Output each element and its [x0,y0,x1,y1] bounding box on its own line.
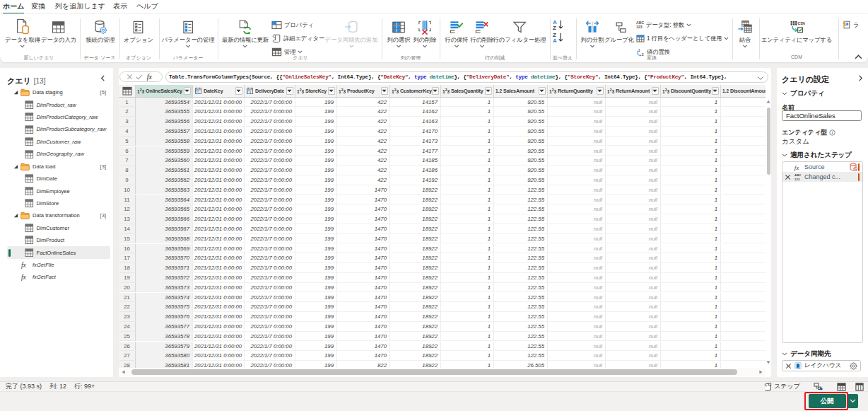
cell[interactable]: 1 [661,98,721,108]
cell[interactable] [721,332,766,342]
query-tree-item-FactOnlineSales[interactable]: FactOnlineSales [7,246,110,258]
cell[interactable]: 122.55 [494,195,548,205]
cell[interactable]: 2021/12/31 0:00:00 [193,224,245,234]
cell[interactable]: 1 [441,244,494,254]
cell[interactable] [721,195,766,205]
cell[interactable]: 1 [661,185,721,195]
cell[interactable]: 18922 [390,302,441,312]
cell[interactable]: 18922 [390,283,441,293]
cell[interactable] [721,273,766,283]
cell[interactable]: 1 [661,175,721,185]
cell[interactable]: null [548,253,606,263]
cell[interactable]: 1 [661,204,721,214]
cell[interactable]: 1 [441,156,494,166]
cell[interactable]: null [548,351,606,361]
cell[interactable]: 2021/12/31 0:00:00 [193,156,245,166]
cell[interactable]: 199 [295,214,337,224]
cell[interactable]: 122.55 [494,253,548,263]
cell[interactable]: 1470 [337,253,390,263]
cell[interactable]: 199 [295,175,337,185]
cell[interactable]: 199 [295,127,337,137]
cell[interactable]: null [548,224,606,234]
expand-formula-icon[interactable] [757,75,764,81]
cell[interactable]: 1 [661,224,721,234]
horizontal-scroll-thumb[interactable] [131,369,737,376]
cell[interactable]: 14185 [390,156,441,166]
cell[interactable]: 1 [441,312,494,322]
cell[interactable]: 18922 [390,332,441,342]
row-number[interactable]: 1 [119,98,136,108]
cell[interactable]: 18922 [390,322,441,332]
destination-settings-gear-icon[interactable] [850,362,857,370]
cell[interactable]: 1 [661,283,721,293]
row-number[interactable]: 8 [119,166,136,175]
cell[interactable]: 2022/1/7 0:00:00 [245,204,295,214]
cell[interactable]: 1470 [337,283,390,293]
cell[interactable]: null [548,283,606,293]
cell[interactable]: 18922 [390,204,441,214]
cell[interactable]: 2022/1/7 0:00:00 [245,302,295,312]
row-number[interactable]: 2 [119,107,136,117]
cell[interactable]: 2022/1/7 0:00:00 [245,351,295,361]
cell[interactable] [721,234,766,244]
cell[interactable]: 1 [441,127,494,137]
cell[interactable]: 199 [295,302,337,312]
horizontal-scrollbar[interactable] [119,368,766,376]
cell[interactable]: 2022/1/7 0:00:00 [245,224,295,234]
row-number[interactable]: 17 [119,253,136,263]
cell[interactable] [721,204,766,214]
cell[interactable]: 2022/1/7 0:00:00 [245,293,295,303]
cell[interactable]: null [606,117,661,127]
tree-expanded-icon[interactable] [13,164,18,169]
column-header-CustomerKey[interactable]: 123CustomerKey [390,85,441,98]
cell[interactable]: 36593556 [136,117,193,127]
cell[interactable]: 2022/1/7 0:00:00 [245,127,295,137]
cell[interactable] [721,244,766,254]
cell[interactable]: null [548,117,606,127]
cell[interactable] [721,283,766,293]
column-header-DiscountQuantity[interactable]: 123DiscountQuantity [661,85,721,98]
cell[interactable]: 1 [441,204,494,214]
cell[interactable]: 2021/12/31 0:00:00 [193,195,245,205]
cell[interactable]: null [548,312,606,322]
cell[interactable]: 1 [661,234,721,244]
cell[interactable]: null [548,204,606,214]
cell[interactable]: null [606,244,661,254]
filter-rows-button[interactable]: 行のフィルター処理 [493,18,546,44]
cell[interactable]: null [606,214,661,224]
cell[interactable]: 422 [337,156,390,166]
cell[interactable]: 1470 [337,244,390,254]
query-tree-item-DimDate[interactable]: DimDate [7,173,110,185]
cell[interactable]: 36593557 [136,127,193,137]
cell[interactable]: 2022/1/7 0:00:00 [245,166,295,175]
cell[interactable]: 2022/1/7 0:00:00 [245,117,295,127]
cell[interactable]: null [548,195,606,205]
cell[interactable] [721,322,766,332]
cell[interactable]: 2021/12/31 0:00:00 [193,342,245,352]
cell[interactable]: null [548,156,606,166]
column-header-ProductKey[interactable]: 123ProductKey [337,85,390,98]
cell[interactable]: 1 [661,351,721,361]
confirm-formula-icon[interactable] [136,74,143,80]
cell[interactable]: 1470 [337,302,390,312]
query-tree-item-DimStore[interactable]: DimStore [7,197,110,209]
properties-section-header[interactable]: プロパティ [782,89,825,98]
cell[interactable] [721,293,766,303]
cell[interactable]: null [548,166,606,175]
cell[interactable]: 18922 [390,244,441,254]
cell[interactable]: 2021/12/31 0:00:00 [193,293,245,303]
cell[interactable]: 2021/12/31 0:00:00 [193,244,245,254]
cell[interactable]: 2022/1/7 0:00:00 [245,195,295,205]
cell[interactable]: 36593577 [136,322,193,332]
applied-step-Source[interactable]: fxSource [782,162,862,172]
get-data-button[interactable]: データを取得 [5,18,40,48]
cell[interactable]: 122.55 [494,302,548,312]
cell[interactable]: 122.55 [494,273,548,283]
cell[interactable]: 122.55 [494,224,548,234]
row-number[interactable]: 16 [119,244,136,254]
cell[interactable]: 1 [441,185,494,195]
cell[interactable]: 1 [441,175,494,185]
collapse-ribbon-button[interactable] [855,54,862,59]
row-number[interactable]: 27 [119,351,136,361]
filter-dropdown-button[interactable] [328,87,336,95]
